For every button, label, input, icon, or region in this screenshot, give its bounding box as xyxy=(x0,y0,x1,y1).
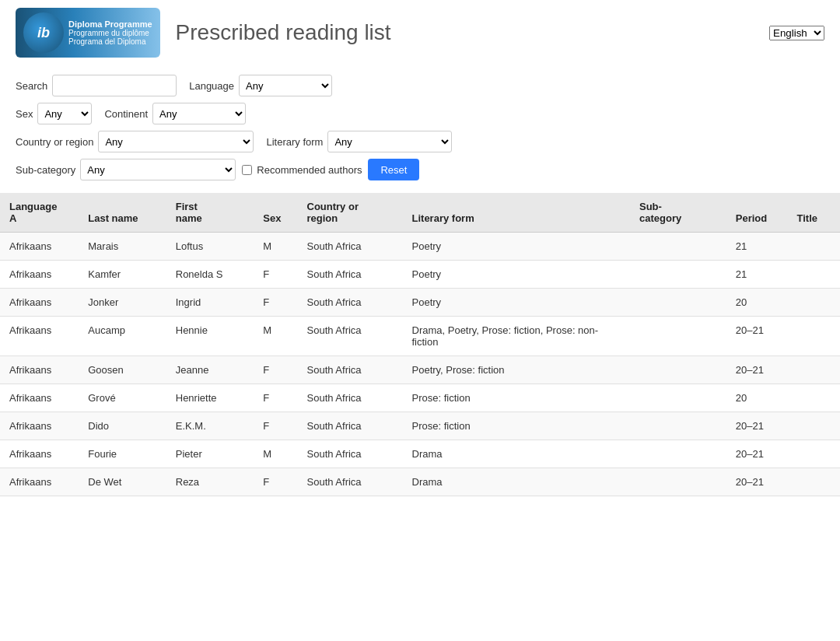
cell-subcategory xyxy=(630,468,726,496)
cell-title xyxy=(788,384,841,412)
logo-line1: Diploma Programme xyxy=(68,19,152,29)
cell-last_name: Kamfer xyxy=(79,261,166,289)
table-row: AfrikaansGoosenJeanneFSouth AfricaPoetry… xyxy=(0,356,840,384)
cell-literary_form: Poetry xyxy=(403,233,631,261)
table-row: AfrikaansJonkerIngridFSouth AfricaPoetry… xyxy=(0,289,840,317)
recommended-checkbox[interactable] xyxy=(242,165,252,175)
col-header-language: LanguageA xyxy=(0,193,79,233)
cell-last_name: Marais xyxy=(79,233,166,261)
sex-group: Sex Any M F xyxy=(16,103,92,124)
cell-subcategory xyxy=(630,233,726,261)
recommended-group: Recommended authors xyxy=(242,164,362,176)
cell-first_name: E.K.M. xyxy=(166,412,254,440)
page-title: Prescribed reading list xyxy=(176,20,769,45)
cell-language: Afrikaans xyxy=(0,356,79,384)
cell-first_name: Jeanne xyxy=(166,356,254,384)
cell-first_name: Pieter xyxy=(166,440,254,468)
table-row: AfrikaansAucampHennieMSouth AfricaDrama,… xyxy=(0,317,840,356)
ui-language-select[interactable]: English French Spanish xyxy=(769,26,824,40)
subcategory-group: Sub-category Any xyxy=(16,159,236,180)
col-header-first-name: Firstname xyxy=(166,193,254,233)
filter-row-4: Sub-category Any Recommended authors Res… xyxy=(16,159,824,180)
cell-country: South Africa xyxy=(298,356,403,384)
cell-title xyxy=(788,289,841,317)
table-row: AfrikaansMaraisLoftusMSouth AfricaPoetry… xyxy=(0,233,840,261)
cell-last_name: Aucamp xyxy=(79,317,166,356)
literary-form-select[interactable]: Any Drama Poetry Prose: fiction Prose: n… xyxy=(327,131,452,152)
filter-section: Search Language Any Afrikaans Arabic Chi… xyxy=(0,65,840,193)
cell-country: South Africa xyxy=(298,233,403,261)
cell-first_name: Ingrid xyxy=(166,289,254,317)
cell-title xyxy=(788,440,841,468)
search-label: Search xyxy=(16,80,47,92)
data-table-container: LanguageA Last name Firstname Sex Countr… xyxy=(0,193,840,496)
col-header-period: Period xyxy=(726,193,788,233)
cell-language: Afrikaans xyxy=(0,384,79,412)
search-input[interactable] xyxy=(52,75,177,96)
cell-first_name: Reza xyxy=(166,468,254,496)
cell-first_name: Loftus xyxy=(166,233,254,261)
table-header-row: LanguageA Last name Firstname Sex Countr… xyxy=(0,193,840,233)
cell-sex: F xyxy=(254,289,297,317)
search-group: Search xyxy=(16,75,177,96)
cell-title xyxy=(788,412,841,440)
cell-sex: F xyxy=(254,468,297,496)
literary-form-label: Literary form xyxy=(266,136,323,148)
table-row: AfrikaansKamferRonelda SFSouth AfricaPoe… xyxy=(0,261,840,289)
filter-row-2: Sex Any M F Continent Any Africa America… xyxy=(16,103,824,124)
cell-last_name: Dido xyxy=(79,412,166,440)
cell-sex: F xyxy=(254,412,297,440)
cell-last_name: Jonker xyxy=(79,289,166,317)
cell-country: South Africa xyxy=(298,412,403,440)
country-label: Country or region xyxy=(16,136,93,148)
cell-subcategory xyxy=(630,356,726,384)
cell-literary_form: Prose: fiction xyxy=(403,412,631,440)
language-group: Language Any Afrikaans Arabic Chinese En… xyxy=(189,75,332,96)
ui-language-selector[interactable]: English French Spanish xyxy=(769,26,824,40)
cell-title xyxy=(788,468,841,496)
cell-subcategory xyxy=(630,261,726,289)
cell-literary_form: Poetry xyxy=(403,289,631,317)
cell-literary_form: Poetry xyxy=(403,261,631,289)
col-header-subcategory: Sub-category xyxy=(630,193,726,233)
cell-country: South Africa xyxy=(298,440,403,468)
subcategory-label: Sub-category xyxy=(16,164,75,176)
sex-select[interactable]: Any M F xyxy=(37,103,92,124)
recommended-label: Recommended authors xyxy=(257,164,362,176)
subcategory-select[interactable]: Any xyxy=(80,159,236,180)
table-row: AfrikaansDidoE.K.M.FSouth AfricaProse: f… xyxy=(0,412,840,440)
cell-period: 20–21 xyxy=(726,412,788,440)
cell-language: Afrikaans xyxy=(0,261,79,289)
language-select[interactable]: Any Afrikaans Arabic Chinese English Fre… xyxy=(239,75,332,96)
cell-sex: F xyxy=(254,356,297,384)
table-row: AfrikaansFouriePieterMSouth AfricaDrama2… xyxy=(0,440,840,468)
cell-title xyxy=(788,233,841,261)
cell-sex: M xyxy=(254,317,297,356)
cell-period: 20–21 xyxy=(726,440,788,468)
cell-first_name: Henriette xyxy=(166,384,254,412)
table-row: AfrikaansGrovéHenrietteFSouth AfricaPros… xyxy=(0,384,840,412)
cell-period: 20–21 xyxy=(726,468,788,496)
cell-subcategory xyxy=(630,412,726,440)
cell-first_name: Hennie xyxy=(166,317,254,356)
cell-literary_form: Poetry, Prose: fiction xyxy=(403,356,631,384)
cell-sex: F xyxy=(254,261,297,289)
cell-first_name: Ronelda S xyxy=(166,261,254,289)
logo-line3: Programa del Diploma xyxy=(68,37,152,46)
continent-select[interactable]: Any Africa Americas Asia Europe Oceania xyxy=(152,103,246,124)
cell-language: Afrikaans xyxy=(0,468,79,496)
cell-country: South Africa xyxy=(298,317,403,356)
reset-button[interactable]: Reset xyxy=(368,159,419,180)
cell-literary_form: Drama xyxy=(403,468,631,496)
cell-subcategory xyxy=(630,440,726,468)
header: ib Diploma Programme Programme du diplôm… xyxy=(0,0,840,65)
continent-group: Continent Any Africa Americas Asia Europ… xyxy=(104,103,246,124)
cell-last_name: De Wet xyxy=(79,468,166,496)
cell-subcategory xyxy=(630,289,726,317)
cell-last_name: Fourie xyxy=(79,440,166,468)
country-select[interactable]: Any South Africa France Germany UK USA xyxy=(98,131,254,152)
cell-country: South Africa xyxy=(298,261,403,289)
cell-language: Afrikaans xyxy=(0,289,79,317)
table-row: AfrikaansDe WetRezaFSouth AfricaDrama20–… xyxy=(0,468,840,496)
cell-last_name: Grové xyxy=(79,384,166,412)
